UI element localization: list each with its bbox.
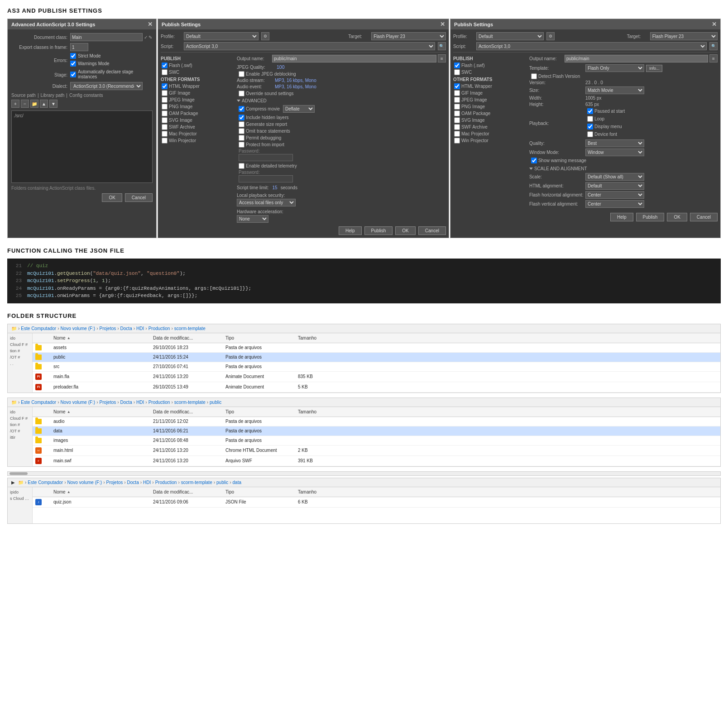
pub1-jpeg-checkbox[interactable] [162, 97, 168, 103]
pub2-png-checkbox[interactable] [454, 104, 460, 110]
fe2-row-audio[interactable]: audio 21/11/2016 12:02 Pasta de arquivos [33, 417, 720, 427]
pub2-ok-button[interactable]: OK [667, 213, 687, 221]
fe1-left-item-2[interactable]: Cloud F # [9, 341, 31, 348]
fe2-bc-item-5[interactable]: HDI [136, 400, 144, 405]
fe2-bc-item-1[interactable]: Este Computador [21, 400, 56, 405]
fe1-bc-item-1[interactable]: Este Computador [21, 326, 56, 331]
fe1-bc-item-3[interactable]: Projetos [100, 326, 116, 331]
pub2-flash-h-align-select[interactable]: Center [585, 191, 644, 199]
fe2-bc-item-3[interactable]: Projetos [100, 400, 116, 405]
pub1-generate-size-checkbox[interactable] [239, 121, 244, 127]
pub1-enable-jpeg-checkbox[interactable] [239, 71, 244, 77]
fe1-row-assets[interactable]: assets 26/10/2016 18:23 Pasta de arquivo… [33, 343, 720, 353]
fe3-bc-item-7[interactable]: scorm-template [181, 480, 212, 485]
fe3-bc-item-1[interactable]: Este Computador [28, 480, 63, 485]
fe2-th-type[interactable]: Tipo [223, 408, 295, 415]
pub1-close-button[interactable]: ✕ [440, 21, 445, 28]
fe2-left-item-5[interactable]: ittir [9, 434, 31, 441]
config-constants-tab[interactable]: Config constants [69, 93, 103, 98]
fe3-left-item-1[interactable]: ipido [9, 489, 31, 495]
pub2-scale-toggle[interactable]: SCALE AND ALIGNMENT [529, 166, 718, 171]
pub2-flash-v-align-select[interactable]: Center [585, 200, 644, 208]
fe1-th-type[interactable]: Tipo [223, 335, 295, 341]
fe1-bc-item-6[interactable]: Production [148, 326, 170, 331]
fe3-bc-item-5[interactable]: HDI [143, 480, 151, 485]
fe2-row-images[interactable]: images 24/11/2016 08:48 Pasta de arquivo… [33, 436, 720, 446]
pub1-output-name-input[interactable] [272, 55, 436, 62]
folder-browse-btn[interactable]: 📁 [30, 100, 38, 108]
pub2-cancel-button[interactable]: Cancel [690, 213, 718, 221]
pub2-target-select[interactable]: Flash Player 23 [650, 32, 718, 40]
pub1-advanced-toggle[interactable]: ADVANCED [237, 98, 446, 103]
pub1-include-hidden-checkbox[interactable] [239, 115, 244, 120]
doc-class-check-icon[interactable]: ✓ [144, 35, 148, 40]
fe1-bc-item-5[interactable]: HDI [136, 326, 144, 331]
pub1-compress-select[interactable]: Deflate [283, 105, 315, 113]
pub2-profile-settings-icon[interactable]: ⚙ [546, 32, 555, 40]
fe2-th-size[interactable]: Tamanho [295, 408, 331, 415]
pub1-profile-settings-icon[interactable]: ⚙ [261, 32, 269, 40]
pub1-audio-stream-link[interactable]: MP3, 16 kbps, Mono [275, 78, 316, 83]
pub2-show-warning-checkbox[interactable] [531, 158, 537, 163]
library-path-tab[interactable]: Library path [41, 93, 65, 98]
as3-ok-button[interactable]: OK [102, 193, 122, 202]
fe1-row-src[interactable]: src 27/10/2016 07:41 Pasta de arquivos [33, 362, 720, 372]
pub2-template-select[interactable]: Flash Only [585, 64, 644, 72]
source-path-tab[interactable]: Source path [11, 93, 36, 98]
fe2-left-item-3[interactable]: tion # [9, 422, 31, 428]
stage-checkbox[interactable] [70, 72, 76, 77]
pub2-info-button[interactable]: Info... [646, 65, 663, 72]
pub1-omit-trace-checkbox[interactable] [239, 128, 244, 134]
pub1-oam-checkbox[interactable] [162, 110, 168, 116]
pub1-password-input2[interactable] [239, 175, 293, 182]
pub2-mac-proj-checkbox[interactable] [454, 131, 460, 137]
fe2-left-item-2[interactable]: Cloud F # [9, 415, 31, 422]
fe1-bc-item-4[interactable]: Docta [120, 326, 132, 331]
pub1-output-folder-icon[interactable]: ≡ [438, 54, 446, 62]
fe2-row-main-swf[interactable]: F main.swf 24/11/2016 13:20 Arquivo SWF … [33, 456, 720, 466]
doc-class-edit-icon[interactable]: ✎ [148, 35, 152, 40]
pub1-win-proj-checkbox[interactable] [162, 138, 168, 144]
pub1-override-sound-checkbox[interactable] [239, 91, 244, 96]
pub1-cancel-button[interactable]: Cancel [418, 226, 446, 235]
pub2-flash-swf-checkbox[interactable] [454, 62, 460, 68]
pub2-loop-checkbox[interactable] [587, 116, 593, 122]
fe1-row-preloader-fla[interactable]: Fl preloader.fla 26/10/2015 13:49 Animat… [33, 382, 720, 393]
fe1-th-size[interactable]: Tamanho [295, 335, 331, 341]
fe2-row-data[interactable]: data 14/11/2016 06:21 Pasta de arquivos [33, 427, 720, 436]
pub1-compress-checkbox[interactable] [239, 106, 244, 112]
pub2-scale-select[interactable]: Default (Show all) [585, 173, 644, 181]
move-up-btn[interactable]: ▲ [40, 100, 48, 108]
pub2-size-select[interactable]: Match Movie [585, 86, 644, 94]
fe3-bc-item-2[interactable]: Novo volume (F:) [67, 480, 102, 485]
fe2-bc-item-6[interactable]: Production [148, 400, 170, 405]
pub2-oam-checkbox[interactable] [454, 110, 460, 116]
pub2-publish-button[interactable]: Publish [636, 213, 665, 221]
fe2-left-item-4[interactable]: /OT # [9, 428, 31, 434]
doc-class-input[interactable] [70, 33, 143, 41]
pub1-target-select[interactable]: Flash Player 23 [371, 32, 446, 40]
pub2-profile-select[interactable]: Default [476, 32, 544, 40]
fe2-bc-item-2[interactable]: Novo volume (F:) [61, 400, 96, 405]
pub1-swc-checkbox[interactable] [162, 69, 168, 75]
pub1-mac-proj-checkbox[interactable] [162, 131, 168, 137]
pub2-paused-checkbox[interactable] [587, 108, 593, 114]
fe1-bc-item-2[interactable]: Novo volume (F:) [61, 326, 96, 331]
pub1-gif-checkbox[interactable] [162, 90, 168, 96]
pub2-jpeg-checkbox[interactable] [454, 97, 460, 103]
fe3-nav-icon[interactable]: ▶ [11, 480, 15, 485]
pub1-permit-debug-checkbox[interactable] [239, 135, 244, 141]
dialect-select[interactable]: ActionScript 3.0 (Recommended) [70, 82, 143, 90]
scrollbar-thumb[interactable] [10, 472, 28, 475]
fe3-row-quiz-json[interactable]: J quiz.json 24/11/2016 09:06 JSON File 6… [33, 497, 720, 508]
fe1-left-item-1[interactable]: ido [9, 335, 31, 341]
fe2-bc-item-8[interactable]: public [210, 400, 221, 405]
pub2-output-name-input[interactable] [565, 55, 708, 62]
fe1-left-item-3[interactable]: tion # [9, 348, 31, 354]
fe3-th-type[interactable]: Tipo [223, 489, 295, 495]
pub2-detect-flash-checkbox[interactable] [531, 73, 537, 79]
scrollbar-area[interactable] [7, 471, 721, 476]
fe2-row-main-html[interactable]: H main.html 24/11/2016 13:20 Chrome HTML… [33, 446, 720, 456]
fe1-bc-item-7[interactable]: scorm-template [174, 326, 206, 331]
fe2-bc-item-7[interactable]: scorm-template [174, 400, 206, 405]
